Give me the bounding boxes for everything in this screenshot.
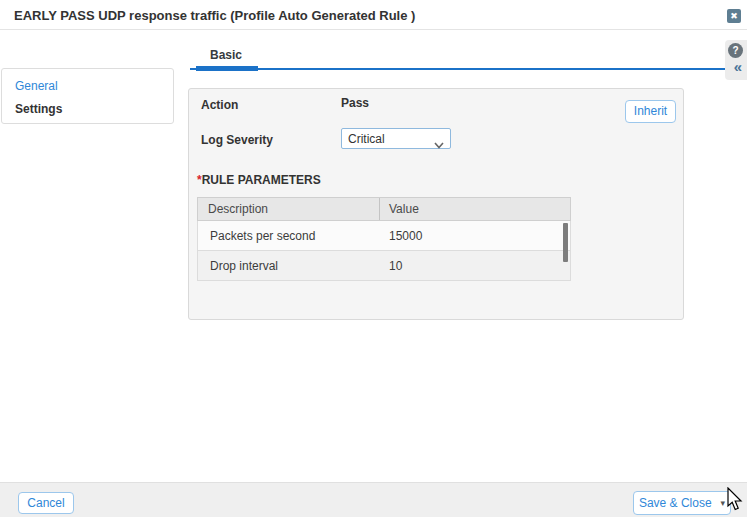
table-row[interactable]: Drop interval 10 [197,251,571,281]
dialog-title: EARLY PASS UDP response traffic (Profile… [14,8,415,23]
tab-underline [190,68,726,70]
tab-basic[interactable]: Basic [210,48,242,62]
log-severity-select-wrap: Critical [341,128,451,149]
nav-item-settings[interactable]: Settings [15,102,62,116]
column-header-value: Value [380,198,570,220]
row-value: 10 [380,251,570,280]
save-menu-caret-icon: ▾ [721,498,726,508]
row-value: 15000 [380,221,570,250]
row-description: Drop interval [198,251,380,280]
rule-edit-dialog: EARLY PASS UDP response traffic (Profile… [0,0,747,524]
save-and-close-label: Save & Close [639,496,712,510]
tab-active-indicator [196,66,258,71]
nav-item-general[interactable]: General [15,79,58,93]
log-severity-select[interactable]: Critical [341,128,451,149]
collapse-panel-icon[interactable]: « [734,58,742,76]
rule-parameters-heading: *RULE PARAMETERS [197,173,321,187]
row-description: Packets per second [198,221,380,250]
inherit-button[interactable]: Inherit [625,100,676,123]
action-value: Pass [341,96,369,110]
table-scrollbar[interactable] [563,223,568,262]
dialog-title-bar: EARLY PASS UDP response traffic (Profile… [0,0,747,30]
table-row[interactable]: Packets per second 15000 [197,221,571,251]
settings-nav: General Settings [1,68,174,124]
settings-panel: Action Pass Inherit Log Severity Critica… [188,88,684,320]
close-icon[interactable]: ✖ [727,9,741,23]
rule-parameters-label: RULE PARAMETERS [202,173,321,187]
rule-parameters-table: Description Value Packets per second 150… [197,197,571,281]
log-severity-label: Log Severity [201,133,273,147]
table-header-row: Description Value [197,197,571,221]
column-header-description: Description [198,198,380,220]
help-icon[interactable]: ? [728,43,743,58]
cancel-button[interactable]: Cancel [18,492,74,514]
save-and-close-button[interactable]: Save & Close ▾ [633,491,731,515]
dialog-footer: Cancel Save & Close ▾ [0,482,747,517]
action-label: Action [201,98,238,112]
